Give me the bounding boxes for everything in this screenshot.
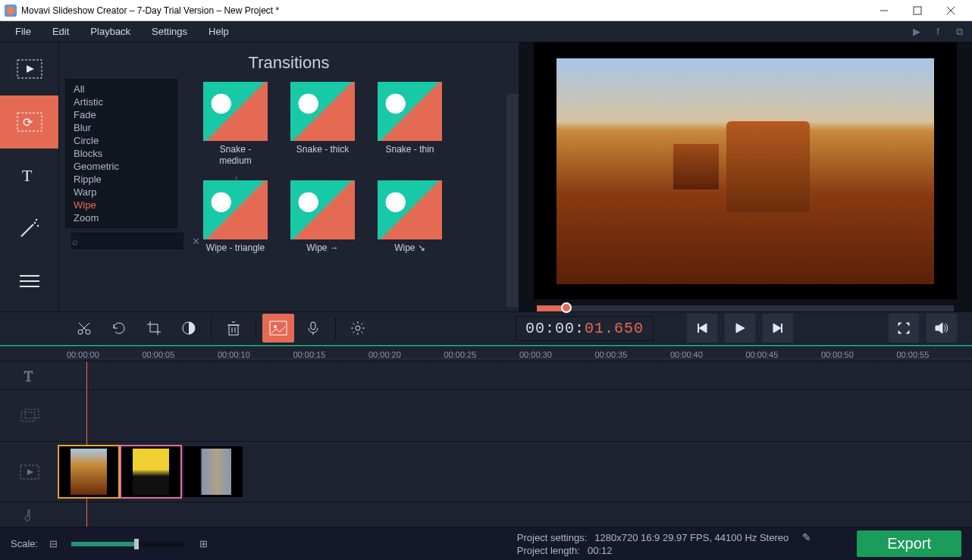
category-wipe[interactable]: Wipe (66, 199, 177, 211)
window-close-button[interactable] (934, 0, 967, 21)
delete-button[interactable] (218, 314, 249, 343)
record-audio-button[interactable] (297, 314, 329, 343)
color-adjust-button[interactable] (173, 314, 205, 343)
svg-point-12 (35, 219, 36, 221)
menu-edit[interactable]: Edit (42, 23, 80, 40)
category-zoom[interactable]: Zoom (66, 211, 177, 224)
category-list: All Artistic Fade Blur Circle Blocks Geo… (65, 79, 177, 228)
rotate-button[interactable] (103, 314, 135, 343)
video-track[interactable] (0, 442, 972, 502)
category-warp[interactable]: Warp (66, 186, 177, 199)
window-titlebar: Movavi Slideshow Creator – 7-Day Trial V… (0, 0, 972, 21)
transition-label: Snake - medium (203, 144, 268, 167)
ruler-tick: 00:00:00 (67, 346, 143, 361)
transition-wizard-button[interactable] (262, 314, 294, 343)
rail-transitions-button[interactable]: ⟳ (0, 95, 58, 149)
category-artistic[interactable]: Artistic (66, 95, 177, 108)
category-fade[interactable]: Fade (66, 108, 177, 121)
facebook-icon[interactable]: f (930, 23, 946, 40)
video-clip[interactable] (121, 446, 180, 497)
settings-button[interactable] (342, 314, 374, 343)
rail-effects-button[interactable] (0, 202, 58, 255)
playback-timecode: 00:00:01.650 (516, 316, 654, 341)
play-button[interactable] (725, 314, 755, 343)
next-frame-button[interactable] (763, 314, 793, 343)
app-logo-icon (5, 5, 17, 17)
transition-item[interactable]: Snake - thick (290, 82, 355, 167)
category-search: ⌕ ✕ (71, 233, 183, 249)
svg-marker-36 (936, 323, 942, 333)
export-button[interactable]: Export (857, 530, 961, 557)
transition-item[interactable]: Wipe → (290, 180, 355, 254)
workspace: ⟳ T Transitions All Artistic Fade Blur C… (0, 42, 972, 311)
browser-scrollbar[interactable] (506, 94, 519, 307)
transition-item[interactable]: Snake - thin (378, 82, 442, 167)
transition-thumb (290, 180, 355, 239)
svg-marker-41 (27, 469, 33, 475)
transition-item[interactable]: Wipe - triangle (203, 180, 268, 254)
menu-file[interactable]: File (5, 23, 42, 40)
ruler-tick: 00:00:50 (821, 346, 897, 361)
zoom-in-button[interactable]: ⊞ (196, 537, 211, 552)
project-settings-value: 1280x720 16:9 29.97 FPS, 44100 Hz Stereo (594, 532, 789, 543)
edit-settings-button[interactable]: ✎ (802, 531, 811, 543)
category-all[interactable]: All (66, 83, 177, 95)
transition-label: Wipe - triangle (203, 242, 268, 254)
transition-item[interactable]: Wipe ↘ (378, 180, 442, 254)
window-minimize-button[interactable] (867, 0, 901, 21)
ruler-tick: 00:00:30 (519, 346, 595, 361)
transition-grid: Snake - medium Snake - thick Snake - thi… (190, 79, 519, 311)
category-ripple[interactable]: Ripple (66, 173, 177, 186)
transition-thumb (290, 82, 355, 141)
window-maximize-button[interactable] (901, 0, 934, 21)
collapse-categories-handle[interactable]: ‹ (235, 173, 238, 182)
scale-slider[interactable] (71, 542, 185, 546)
overlay-track[interactable] (0, 390, 972, 442)
rail-titles-button[interactable]: T (0, 149, 58, 202)
timecode-accent: 01.650 (585, 320, 644, 337)
category-blocks[interactable]: Blocks (66, 147, 177, 160)
transition-item[interactable]: Snake - medium (203, 82, 268, 167)
search-input[interactable] (78, 236, 192, 246)
svg-point-11 (36, 225, 38, 227)
status-bar: Scale: ⊟ ⊞ Project settings: 1280x720 16… (0, 527, 972, 560)
rail-more-button[interactable] (0, 255, 58, 308)
zoom-out-button[interactable]: ⊟ (45, 537, 61, 552)
fullscreen-button[interactable] (889, 314, 919, 343)
timeline-ruler[interactable]: 00:00:00 00:00:05 00:00:10 00:00:15 00:0… (0, 345, 972, 361)
menu-playback[interactable]: Playback (80, 23, 141, 40)
project-info: Project settings: 1280x720 16:9 29.97 FP… (517, 531, 811, 556)
menu-settings[interactable]: Settings (141, 23, 198, 40)
transition-label: Wipe ↘ (378, 242, 442, 254)
preview-scrubber[interactable] (537, 305, 954, 311)
audio-track-head (0, 502, 59, 527)
video-clip[interactable] (183, 446, 243, 497)
ruler-tick: 00:00:40 (670, 346, 746, 361)
svg-rect-39 (25, 409, 39, 418)
window-title: Movavi Slideshow Creator – 7-Day Trial V… (21, 5, 867, 16)
share-icon[interactable]: ⧉ (951, 23, 967, 40)
text-track[interactable]: T (0, 361, 972, 390)
ruler-tick: 00:00:15 (293, 346, 369, 361)
menu-help[interactable]: Help (198, 23, 240, 40)
volume-button[interactable] (927, 314, 957, 343)
prev-frame-button[interactable] (687, 314, 717, 343)
browser-title: Transitions (59, 42, 519, 79)
rail-media-button[interactable] (0, 42, 58, 95)
main-menubar: File Edit Playback Settings Help ▶ f ⧉ (0, 21, 972, 42)
ruler-tick: 00:00:05 (143, 346, 218, 361)
toolbar: 00:00:01.650 (0, 311, 972, 345)
category-blur[interactable]: Blur (66, 121, 177, 134)
video-clip[interactable] (59, 446, 118, 497)
category-geometric[interactable]: Geometric (66, 160, 177, 173)
audio-track[interactable] (0, 502, 972, 527)
category-circle[interactable]: Circle (66, 134, 177, 147)
scrubber-head-icon[interactable] (561, 302, 572, 313)
youtube-icon[interactable]: ▶ (908, 23, 925, 40)
svg-line-9 (21, 224, 33, 236)
left-rail: ⟳ T (0, 42, 59, 311)
svg-text:T: T (22, 166, 33, 185)
transition-label: Snake - thin (378, 144, 442, 155)
cut-button[interactable] (68, 314, 100, 343)
crop-button[interactable] (138, 314, 170, 343)
